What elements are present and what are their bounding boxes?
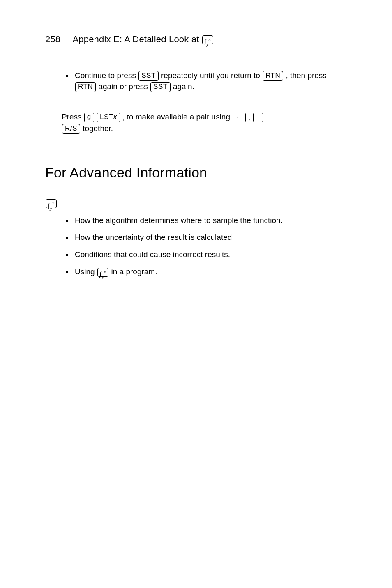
text-fragment: Using (75, 267, 97, 276)
note-paragraph: Press g LSTx , to make available a pair … (62, 111, 343, 134)
text-fragment: , to make available a pair using (122, 113, 232, 121)
rs-key-icon: R/S (62, 124, 80, 134)
text-fragment: in a program. (111, 267, 157, 276)
list-item: Using ∫yx in a program. (73, 266, 347, 278)
sst-key-icon: SST (150, 82, 171, 92)
list-item: How the algorithm determines where to sa… (73, 215, 347, 226)
page-header: 258 Appendix E: A Detailed Look at ∫yx (45, 33, 347, 46)
g-key-icon: g (84, 113, 94, 122)
text-fragment: Continue to press (75, 71, 138, 80)
text-fragment: , then press (286, 71, 327, 80)
rtn-key-icon: RTN (75, 82, 96, 92)
text-fragment: repeatedly until you return to (161, 71, 262, 80)
text-fragment: , (248, 113, 253, 121)
text-fragment: together. (83, 124, 113, 133)
plus-key-icon: + (253, 113, 263, 122)
rtn-key-icon: RTN (263, 71, 283, 81)
list-item: Conditions that could cause incorrect re… (73, 249, 347, 260)
integrate-key-icon: ∫yx (202, 35, 213, 44)
page-number: 258 (45, 33, 60, 46)
lstx-key-icon: LSTx (97, 113, 120, 122)
list-item: How the uncertainty of the result is cal… (73, 232, 347, 243)
instruction-item: Continue to press SST repeatedly until y… (73, 70, 347, 92)
back-arrow-key-icon: ← (233, 113, 246, 122)
text-fragment: again or press (98, 82, 150, 91)
integrate-key-icon: ∫yx (97, 268, 108, 277)
advanced-topic-list: How the algorithm determines where to sa… (45, 215, 347, 277)
sst-key-icon: SST (138, 71, 159, 81)
text-fragment: again. (173, 82, 194, 91)
integrate-key-icon: ∫yx (46, 199, 57, 208)
text-fragment: Press (62, 113, 84, 121)
instruction-list: Continue to press SST repeatedly until y… (45, 70, 347, 92)
advanced-intro: ∫yx (45, 198, 347, 209)
appendix-title-text: Appendix E: A Detailed Look at (72, 34, 201, 44)
section-heading-advanced: For Advanced Information (45, 163, 347, 183)
